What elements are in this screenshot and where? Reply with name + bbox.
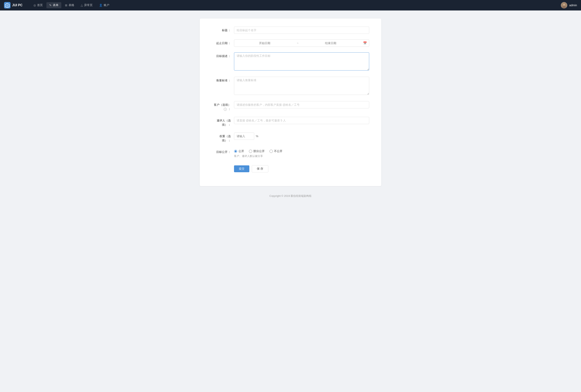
metric-textarea[interactable] xyxy=(234,77,369,95)
home-icon: ◎ xyxy=(34,4,36,7)
description-label: 目标描述： xyxy=(212,52,234,58)
avatar[interactable] xyxy=(561,2,567,8)
footer: Copyright © 2019 塞伯坦前端架构组 xyxy=(270,194,312,204)
nav-item-form[interactable]: ✎ 表单 xyxy=(46,2,61,8)
nav-label-account: 账户 xyxy=(104,3,109,7)
avatar-image xyxy=(561,2,567,8)
error-icon: △ xyxy=(81,4,83,7)
save-button[interactable]: 保 存 xyxy=(252,165,268,173)
radio-private[interactable]: 不公开 xyxy=(270,150,282,153)
form-card: 标题： 起止日期： ~ 📅 目标描述： xyxy=(200,18,381,186)
radio-partial-label: 部分公开 xyxy=(254,150,265,153)
reviewer-label: 邀评人（选填）： xyxy=(212,117,234,127)
brand-name: JUI PC xyxy=(12,3,22,7)
description-textarea[interactable] xyxy=(234,52,369,70)
weight-input[interactable] xyxy=(234,133,254,140)
brand-logo-link[interactable]: JUI PC xyxy=(4,2,22,8)
table-icon: ⊞ xyxy=(65,4,68,7)
button-row: 提交 保 存 xyxy=(212,164,369,173)
submit-button[interactable]: 提交 xyxy=(234,165,249,172)
svg-point-5 xyxy=(562,6,566,8)
title-label: 标题： xyxy=(212,26,234,32)
navbar: JUI PC ◎ 首页 ✎ 表单 ⊞ 表格 △ 异常页 👤 账户 xyxy=(0,0,581,10)
calendar-icon[interactable]: 📅 xyxy=(361,41,369,45)
client-input[interactable] xyxy=(234,101,369,108)
btn-group: 提交 保 存 xyxy=(234,165,369,173)
visibility-label: 目标公开： xyxy=(212,148,234,154)
client-info-icon[interactable]: i xyxy=(224,108,227,111)
visibility-radio-group: 公开 部分公开 不公开 xyxy=(234,148,369,153)
radio-private-input[interactable] xyxy=(270,150,273,153)
reviewer-row: 邀评人（选填）： xyxy=(212,117,369,127)
nav-menu: ◎ 首页 ✎ 表单 ⊞ 表格 △ 异常页 👤 账户 xyxy=(31,2,561,8)
radio-public[interactable]: 公开 xyxy=(234,150,244,153)
date-range-control: ~ 📅 xyxy=(234,39,369,47)
nav-label-error: 异常页 xyxy=(84,3,92,7)
metric-row: 衡量标准： xyxy=(212,77,369,95)
description-row: 目标描述： xyxy=(212,52,369,71)
reviewer-control xyxy=(234,117,369,124)
metric-label: 衡量标准： xyxy=(212,77,234,83)
radio-private-label: 不公开 xyxy=(274,150,282,153)
button-spacer xyxy=(212,164,234,165)
nav-item-account[interactable]: 👤 账户 xyxy=(96,2,112,8)
nav-item-error[interactable]: △ 异常页 xyxy=(78,2,96,8)
radio-public-input[interactable] xyxy=(234,150,237,153)
metric-control xyxy=(234,77,369,95)
visibility-row: 目标公开： 公开 部分公开 不公开 客 xyxy=(212,148,369,158)
radio-partial-input[interactable] xyxy=(249,150,252,153)
weight-label: 权重（选填）： xyxy=(212,133,234,143)
client-control xyxy=(234,101,369,108)
reviewer-input[interactable] xyxy=(234,117,369,124)
client-row: 客户（选填） i ： xyxy=(212,101,369,111)
title-control xyxy=(234,26,369,34)
nav-item-home[interactable]: ◎ 首页 xyxy=(31,2,46,8)
nav-label-home: 首页 xyxy=(37,3,43,7)
weight-control: % xyxy=(234,133,369,140)
date-range-label: 起止日期： xyxy=(212,39,234,45)
date-start-input[interactable] xyxy=(234,41,295,45)
nav-label-table: 表格 xyxy=(68,3,74,7)
brand-logo-icon xyxy=(4,2,10,8)
date-end-input[interactable] xyxy=(300,41,361,45)
weight-wrap: % xyxy=(234,133,369,140)
account-icon: 👤 xyxy=(99,4,102,7)
weight-row: 权重（选填）： % xyxy=(212,133,369,143)
nav-item-table[interactable]: ⊞ 表格 xyxy=(62,2,77,8)
title-input[interactable] xyxy=(234,26,369,34)
radio-partial[interactable]: 部分公开 xyxy=(249,150,265,153)
main-content: 标题： 起止日期： ~ 📅 目标描述： xyxy=(0,10,581,392)
radio-public-label: 公开 xyxy=(238,150,244,153)
button-wrap: 提交 保 存 xyxy=(234,164,369,173)
client-label: 客户（选填） i ： xyxy=(212,101,234,111)
visibility-hint: 客户、邀评人默认被分享 xyxy=(234,154,369,158)
description-control xyxy=(234,52,369,71)
date-separator: ~ xyxy=(295,41,300,45)
footer-text: Copyright © 2019 塞伯坦前端架构组 xyxy=(270,195,312,197)
title-row: 标题： xyxy=(212,26,369,34)
date-range-picker[interactable]: ~ 📅 xyxy=(234,39,369,47)
nav-label-form: 表单 xyxy=(53,3,58,7)
weight-unit: % xyxy=(256,135,258,138)
svg-point-4 xyxy=(563,4,565,6)
form-icon: ✎ xyxy=(49,4,52,7)
navbar-user: admin xyxy=(561,2,577,8)
visibility-control: 公开 部分公开 不公开 客户、邀评人默认被分享 xyxy=(234,148,369,158)
date-range-row: 起止日期： ~ 📅 xyxy=(212,39,369,47)
username: admin xyxy=(569,4,577,7)
